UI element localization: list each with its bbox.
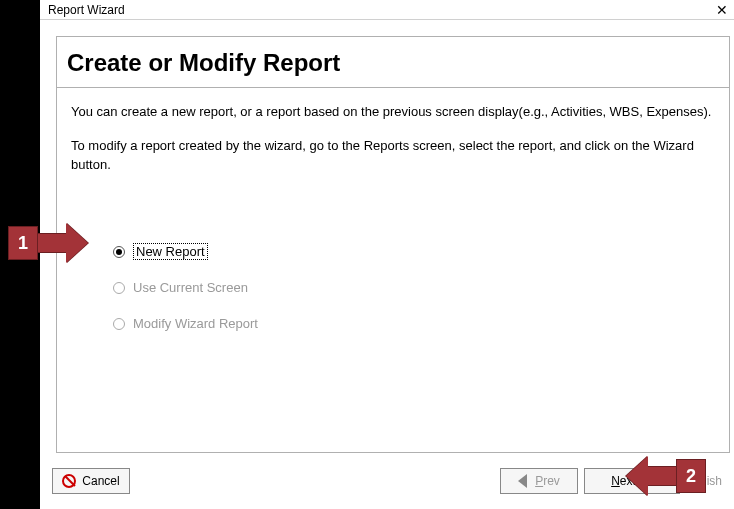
- prev-button: Prev: [500, 468, 578, 494]
- desc-line-1: You can create a new report, or a report…: [71, 102, 715, 122]
- page-description: You can create a new report, or a report…: [57, 88, 729, 195]
- radio-icon: [113, 318, 125, 330]
- callout-number: 1: [8, 226, 38, 260]
- prev-label: Prev: [535, 474, 560, 488]
- callout-1: 1: [8, 223, 88, 263]
- callout-2: 2: [626, 456, 706, 496]
- desc-line-2: To modify a report created by the wizard…: [71, 136, 715, 175]
- radio-label: New Report: [133, 243, 208, 260]
- callout-number: 2: [676, 459, 706, 493]
- callout-tail: [648, 466, 676, 486]
- arrow-left-icon: [626, 456, 648, 496]
- radio-icon: [113, 282, 125, 294]
- wizard-panel: Create or Modify Report You can create a…: [56, 36, 730, 453]
- cancel-button[interactable]: Cancel: [52, 468, 130, 494]
- callout-tail: [38, 233, 66, 253]
- cancel-icon: [62, 474, 76, 488]
- radio-group: New Report Use Current Screen Modify Wiz…: [57, 195, 729, 335]
- arrow-left-icon: [518, 474, 527, 488]
- close-icon[interactable]: ✕: [710, 2, 734, 18]
- radio-use-current-screen: Use Current Screen: [113, 277, 715, 299]
- radio-label: Modify Wizard Report: [133, 316, 258, 331]
- page-title: Create or Modify Report: [57, 37, 729, 88]
- title-bar: Report Wizard ✕: [40, 0, 734, 20]
- radio-new-report[interactable]: New Report: [113, 241, 715, 263]
- radio-modify-wizard-report: Modify Wizard Report: [113, 313, 715, 335]
- radio-label: Use Current Screen: [133, 280, 248, 295]
- cancel-label: Cancel: [82, 474, 119, 488]
- radio-icon: [113, 246, 125, 258]
- arrow-right-icon: [66, 223, 88, 263]
- window-title: Report Wizard: [48, 3, 710, 17]
